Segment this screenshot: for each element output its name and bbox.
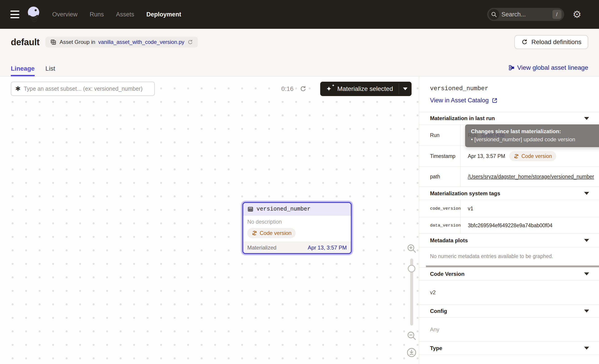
code-version-changed-icon <box>513 153 519 159</box>
top-nav-bar: Overview Runs Assets Deployment / ⚙ <box>0 0 599 29</box>
asset-group-badge: Asset Group in vanilla_asset_with_code_v… <box>45 37 198 47</box>
section-code-version[interactable]: Code Version <box>419 267 599 280</box>
horizontal-scrollbar[interactable] <box>426 265 599 267</box>
reload-icon <box>521 39 528 45</box>
code-version-row: code_version v1 <box>419 200 599 217</box>
code-version-tag-label: Code version <box>521 153 552 159</box>
materialized-status-label: Materialized <box>247 244 276 251</box>
nav-item-runs[interactable]: Runs <box>90 11 104 18</box>
materialize-selected-split-button: ✦ ✦ Materialize selected <box>320 82 412 96</box>
path-value-link[interactable]: /Users/sryza/dagster_home/storage/versio… <box>468 174 594 180</box>
collapse-caret-icon[interactable] <box>584 272 589 275</box>
main-content: ✱ 0:16 ✦ ✦ Materialize selected <box>0 77 599 364</box>
asset-node-description: No description <box>247 219 347 225</box>
dagster-app: Overview Runs Assets Deployment / ⚙ defa… <box>0 0 599 364</box>
tooltip-item: • [versioned_number] updated code versio… <box>471 136 599 143</box>
code-version-row-label: code_version <box>419 200 461 217</box>
materialize-selected-button[interactable]: ✦ ✦ Materialize selected <box>320 82 399 96</box>
download-graph-icon[interactable] <box>406 347 417 358</box>
page-title: default <box>11 37 40 47</box>
tab-lineage[interactable]: Lineage <box>11 65 35 76</box>
materialized-timestamp-link[interactable]: Apr 13, 3:57 PM <box>308 244 347 251</box>
section-metadata-plots[interactable]: Metadata plots <box>419 234 599 247</box>
table-icon <box>247 206 254 212</box>
asset-subset-input[interactable] <box>24 86 150 92</box>
tooltip-title: Changes since last materialization: <box>471 128 599 135</box>
badge-refresh-icon[interactable] <box>187 39 193 45</box>
collapse-caret-icon[interactable] <box>584 310 589 312</box>
sparkle-icon: ✦ ✦ <box>326 85 334 93</box>
zoom-out-icon[interactable] <box>406 330 417 341</box>
hamburger-menu-icon[interactable] <box>10 11 19 18</box>
asset-graph-canvas[interactable]: ✱ 0:16 ✦ ✦ Materialize selected <box>0 77 419 364</box>
section-materialization-in-last-run[interactable]: Materialization in last run <box>419 112 599 125</box>
timestamp-row-label: Timestamp <box>419 146 461 166</box>
graph-refresh-icon[interactable] <box>300 85 307 93</box>
section-materialization-system-tags[interactable]: Materialization system tags <box>419 187 599 200</box>
code-version-tag[interactable]: Code version <box>247 228 296 238</box>
section-label: Materialization in last run <box>430 115 495 121</box>
view-global-asset-lineage-link[interactable]: View global asset lineage <box>508 64 588 71</box>
code-version-changed-icon <box>252 230 257 236</box>
collapse-caret-icon[interactable] <box>584 239 589 242</box>
external-link-icon <box>492 97 498 104</box>
catalog-link-label: View in Asset Catalog <box>430 97 489 104</box>
zoom-slider[interactable] <box>410 259 413 326</box>
zoom-slider-handle[interactable] <box>408 265 415 272</box>
tab-list[interactable]: List <box>45 65 55 76</box>
timestamp-value: Apr 13, 3:57 PM <box>468 153 505 159</box>
dagster-logo-icon[interactable] <box>26 6 41 23</box>
asset-node-body: No description Code version <box>243 216 351 242</box>
materialize-dropdown-button[interactable] <box>399 82 412 96</box>
collapse-caret-icon[interactable] <box>584 117 589 120</box>
settings-gear-icon[interactable]: ⚙ <box>573 9 581 19</box>
path-row-label: path <box>419 167 461 187</box>
asset-node-header: versioned_number <box>243 203 351 216</box>
asset-group-prefix: Asset Group in <box>60 39 95 45</box>
global-search[interactable]: / <box>487 8 564 21</box>
metadata-plots-empty-message: No numeric metadata entries available to… <box>419 247 599 265</box>
section-type[interactable]: Type <box>419 341 599 355</box>
zoom-in-icon[interactable] <box>406 243 417 253</box>
search-shortcut-badge: / <box>552 10 561 19</box>
code-version-value: v1 <box>468 206 473 212</box>
search-icon <box>489 9 499 20</box>
asset-node-footer: Materialized Apr 13, 3:57 PM <box>243 242 351 253</box>
code-version-tag-label: Code version <box>260 230 291 236</box>
section-label: Materialization system tags <box>430 190 500 197</box>
code-version-tag[interactable]: Code version <box>509 151 556 161</box>
section-label: Config <box>430 308 447 314</box>
global-lineage-label: View global asset lineage <box>517 64 588 71</box>
lineage-graph-icon <box>508 65 515 71</box>
collapse-caret-icon[interactable] <box>584 347 589 350</box>
path-row: path /Users/sryza/dagster_home/storage/v… <box>419 166 599 187</box>
changes-tooltip: Changes since last materialization: • [v… <box>465 124 599 147</box>
asset-subset-filter[interactable]: ✱ <box>11 82 155 96</box>
reload-definitions-button[interactable]: Reload definitions <box>514 35 588 49</box>
nav-item-overview[interactable]: Overview <box>52 11 78 18</box>
page-header: default Asset Group in vanilla_asset_wit… <box>0 29 599 77</box>
code-version-definition-value: v2 <box>419 280 599 304</box>
asset-group-icon <box>50 39 57 45</box>
nav-item-assets[interactable]: Assets <box>116 11 134 18</box>
section-label: Code Version <box>430 271 464 277</box>
nav-item-deployment[interactable]: Deployment <box>147 11 181 18</box>
zoom-controls <box>405 243 419 358</box>
timestamp-row: Timestamp Apr 13, 3:57 PM Code version <box>419 146 599 166</box>
reload-definitions-label: Reload definitions <box>531 38 581 46</box>
nav-items: Overview Runs Assets Deployment <box>52 11 181 18</box>
sidebar-asset-name: versioned_number <box>430 85 588 92</box>
search-input[interactable] <box>499 11 552 18</box>
materialize-label: Materialize selected <box>337 85 393 93</box>
asset-node-title: versioned_number <box>256 206 310 212</box>
data-version-row: data_version 3bfc269594ef649228e9a74bab0… <box>419 217 599 234</box>
asset-group-file-link[interactable]: vanilla_asset_with_code_version.py <box>98 39 184 45</box>
collapse-caret-icon[interactable] <box>584 192 589 195</box>
chevron-down-icon <box>403 87 407 90</box>
view-in-asset-catalog-link[interactable]: View in Asset Catalog <box>430 97 588 104</box>
asset-detail-sidebar: versioned_number View in Asset Catalog M… <box>419 77 599 364</box>
data-version-value: 3bfc269594ef649228e9a74bab00f04 <box>468 223 552 229</box>
section-config[interactable]: Config <box>419 304 599 317</box>
section-label: Metadata plots <box>430 237 468 244</box>
asset-node-versioned-number[interactable]: versioned_number No description C <box>242 202 352 254</box>
